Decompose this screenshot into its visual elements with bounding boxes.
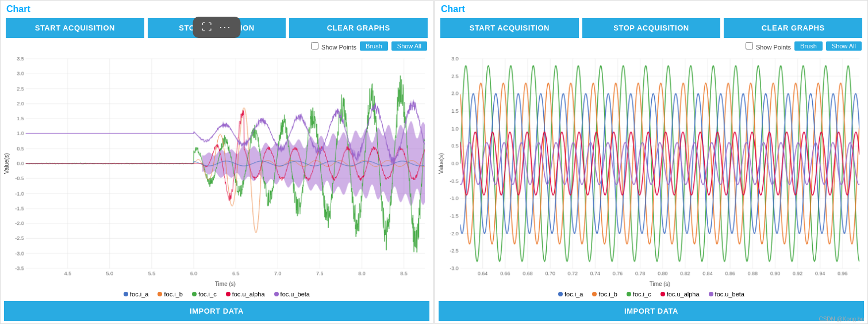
right-chart-panel: Chart START ACQUISITION STOP ACQUISITION… [435, 0, 868, 324]
legend-item: foc.u_alpha [660, 291, 700, 298]
right-show-points-label[interactable]: Show Points [746, 42, 791, 51]
legend-item: foc.i_c [192, 291, 217, 298]
legend-dot [660, 292, 665, 296]
more-icon[interactable]: ··· [219, 21, 231, 33]
legend-dot [274, 292, 279, 296]
legend-item: foc.i_c [627, 291, 651, 298]
legend-dot [158, 292, 162, 296]
right-show-points-checkbox[interactable] [746, 42, 753, 49]
left-clear-btn[interactable]: CLEAR GRAPHS [289, 18, 428, 38]
right-canvas [437, 54, 865, 288]
left-chart-panel: Chart ⛶ ··· START ACQUISITION STOP ACQUI… [0, 0, 433, 324]
right-chart-area [435, 52, 867, 288]
left-legend-row: foc.i_afoc.i_bfoc.i_cfoc.u_alphafoc.u_be… [1, 288, 433, 299]
legend-dot [709, 292, 713, 296]
legend-item: foc.u_beta [274, 291, 310, 298]
legend-item: foc.i_b [592, 291, 617, 298]
right-import-btn[interactable]: IMPORT DATA [439, 301, 864, 321]
left-chart-area [1, 52, 433, 288]
legend-dot [592, 292, 597, 296]
left-chart-title: Chart [1, 1, 433, 16]
left-import-btn[interactable]: IMPORT DATA [4, 301, 429, 321]
right-btn-row: START ACQUISITION STOP ACQUISITION CLEAR… [435, 16, 867, 40]
legend-dot [124, 292, 128, 296]
expand-icon[interactable]: ⛶ [202, 21, 212, 33]
left-brush-btn[interactable]: Brush [360, 41, 388, 51]
left-canvas [3, 54, 431, 288]
legend-dot [192, 292, 197, 296]
left-start-btn[interactable]: START ACQUISITION [6, 18, 144, 38]
left-show-all-btn[interactable]: Show All [391, 41, 427, 51]
legend-item: foc.i_b [158, 291, 182, 298]
right-show-all-btn[interactable]: Show All [826, 41, 862, 51]
right-chart-controls: Show Points Brush Show All [435, 40, 867, 52]
popup-overlay: ⛶ ··· [193, 17, 240, 38]
legend-dot [627, 292, 631, 296]
left-chart-controls: Show Points Brush Show All [1, 40, 433, 52]
main-container: Chart ⛶ ··· START ACQUISITION STOP ACQUI… [0, 0, 868, 324]
right-clear-btn[interactable]: CLEAR GRAPHS [724, 18, 862, 38]
legend-item: foc.u_beta [709, 291, 744, 298]
right-chart-title: Chart [435, 1, 867, 16]
left-show-points-checkbox[interactable] [311, 42, 318, 49]
legend-dot [226, 292, 231, 296]
legend-item: foc.u_alpha [226, 291, 265, 298]
legend-dot [558, 292, 563, 296]
watermark: CSDN @Kong bo [819, 316, 864, 322]
right-start-btn[interactable]: START ACQUISITION [440, 18, 579, 38]
legend-item: foc.i_a [558, 291, 583, 298]
right-brush-btn[interactable]: Brush [794, 41, 823, 51]
right-stop-btn[interactable]: STOP ACQUISITION [582, 18, 721, 38]
left-show-points-label[interactable]: Show Points [311, 42, 356, 51]
legend-item: foc.i_a [124, 291, 148, 298]
right-legend-row: foc.i_afoc.i_bfoc.i_cfoc.u_alphafoc.u_be… [435, 288, 867, 299]
